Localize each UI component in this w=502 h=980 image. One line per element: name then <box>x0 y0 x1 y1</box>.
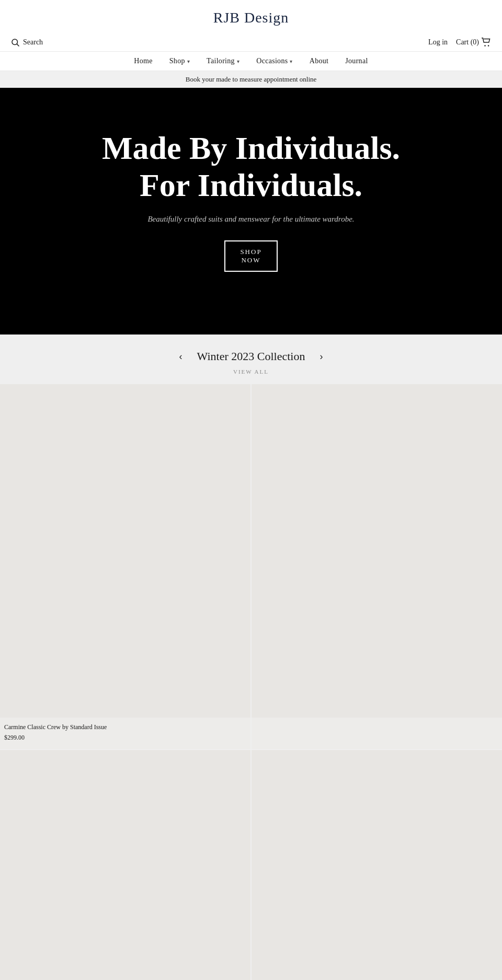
hero-headline-line2: For Individuals. <box>140 167 362 203</box>
product-card[interactable] <box>252 384 502 749</box>
cart-label: Cart (0) <box>456 38 479 47</box>
cart-icon <box>481 38 492 47</box>
product-image <box>252 750 502 980</box>
cart-count: 0 <box>473 38 476 46</box>
site-header: RJB Design Search Log in Cart (0) Home <box>0 0 502 71</box>
shop-now-button[interactable]: SHOPNOW <box>224 240 277 272</box>
product-grid: Carmine Classic Crew by Standard Issue $… <box>0 384 502 980</box>
chevron-down-icon: ▾ <box>187 59 190 64</box>
nav-item-shop[interactable]: Shop ▾ <box>169 57 190 65</box>
nav-item-occasions[interactable]: Occasions ▾ <box>256 57 293 65</box>
utility-bar: Search Log in Cart (0) <box>0 33 502 51</box>
site-logo[interactable]: RJB Design <box>213 9 289 26</box>
nav-item-journal[interactable]: Journal <box>345 57 368 65</box>
nav-label-journal: Journal <box>345 57 368 65</box>
nav-item-tailoring[interactable]: Tailoring ▾ <box>207 57 239 65</box>
svg-point-3 <box>488 45 489 46</box>
product-image <box>252 384 502 718</box>
nav-label-about: About <box>310 57 329 65</box>
announcement-bar[interactable]: Book your made to measure appointment on… <box>0 71 502 88</box>
product-card[interactable]: Grullo Classic Crew by Standard Issue $2… <box>0 750 250 980</box>
chevron-down-icon: ▾ <box>290 59 292 64</box>
product-name: Carmine Classic Crew by Standard Issue <box>4 723 246 732</box>
product-image <box>0 750 250 980</box>
product-card[interactable] <box>252 750 502 980</box>
hero-headline-line1: Made By Individuals. <box>102 130 400 166</box>
hero-subtext: Beautifully crafted suits and menswear f… <box>147 215 354 224</box>
nav-label-shop: Shop <box>169 57 185 65</box>
product-price: $299.00 <box>4 734 246 742</box>
svg-point-2 <box>484 45 485 46</box>
svg-point-0 <box>12 39 18 45</box>
nav-label-tailoring: Tailoring <box>207 57 235 65</box>
collection-prev-button[interactable]: ‹ <box>175 349 187 364</box>
nav-item-home[interactable]: Home <box>134 57 152 65</box>
collection-title: Winter 2023 Collection <box>197 350 305 363</box>
login-link[interactable]: Log in <box>428 38 448 47</box>
nav-item-about[interactable]: About <box>310 57 329 65</box>
chevron-down-icon: ▾ <box>237 59 239 64</box>
product-info <box>252 718 502 732</box>
hero-section: Made By Individuals. For Individuals. Be… <box>0 88 502 335</box>
cart-button[interactable]: Cart (0) <box>456 38 492 47</box>
search-button[interactable]: Search <box>10 38 43 47</box>
hero-headline: Made By Individuals. For Individuals. <box>102 130 400 204</box>
collection-header: ‹ Winter 2023 Collection › <box>0 349 502 364</box>
view-all-link[interactable]: VIEW ALL <box>0 368 502 375</box>
search-label: Search <box>23 38 43 47</box>
collection-section: ‹ Winter 2023 Collection › VIEW ALL Carm… <box>0 335 502 980</box>
product-card[interactable]: Carmine Classic Crew by Standard Issue $… <box>0 384 250 749</box>
product-info: Carmine Classic Crew by Standard Issue $… <box>0 718 250 749</box>
announcement-text: Book your made to measure appointment on… <box>186 75 317 83</box>
search-icon <box>10 38 20 47</box>
nav-label-home: Home <box>134 57 152 65</box>
header-actions: Log in Cart (0) <box>428 38 492 47</box>
logo-bar: RJB Design <box>0 0 502 33</box>
collection-next-button[interactable]: › <box>315 349 327 364</box>
nav-label-occasions: Occasions <box>256 57 288 65</box>
product-image <box>0 384 250 718</box>
main-nav: Home Shop ▾ Tailoring ▾ Occasions ▾ Abou… <box>0 51 502 71</box>
svg-line-1 <box>17 44 19 46</box>
